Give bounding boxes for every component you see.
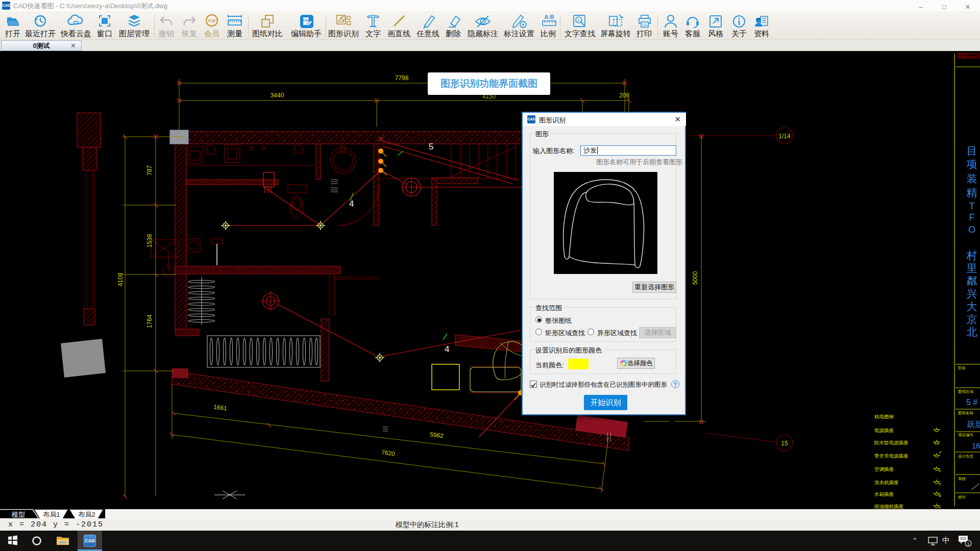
svg-text:阶段: 阶段 [958,366,966,370]
svg-text:1/14: 1/14 [778,133,791,140]
svg-text:机电图例: 机电图例 [874,414,894,419]
svg-text:5000: 5000 [692,271,699,285]
svg-text:图纸区域: 图纸区域 [958,389,974,394]
svg-text:水箱插座: 水箱插座 [874,491,894,497]
svg-text:1661: 1661 [213,403,228,412]
svg-text:787: 787 [146,165,153,176]
svg-text:7620: 7620 [381,448,396,458]
svg-text:空调插座: 空调插座 [874,466,894,472]
svg-text:4: 4 [349,199,354,209]
svg-text:设计负责: 设计负责 [958,454,974,459]
svg-text:CAD: CAD [303,19,309,22]
svg-text:粼: 粼 [967,275,977,287]
svg-text:1764: 1764 [146,314,153,328]
svg-text:1: 1 [967,541,969,546]
svg-text:精: 精 [967,187,977,198]
svg-text:4: 4 [445,344,449,354]
svg-text:布局2: 布局2 [78,511,95,518]
svg-text:排油烟机插座: 排油烟机插座 [874,504,904,509]
svg-text:里: 里 [967,262,977,274]
svg-text:校对: 校对 [958,495,966,499]
svg-text:X: X [939,482,941,486]
svg-text:防水型电源插座: 防水型电源插座 [874,440,909,445]
svg-text:审校: 审校 [958,477,966,481]
svg-text:A: A [577,18,580,23]
svg-text:装: 装 [967,172,977,184]
svg-text:208: 208 [619,92,629,99]
svg-text:项目编号: 项目编号 [958,433,974,437]
svg-text:16: 16 [972,441,980,450]
svg-text:O: O [968,224,975,235]
svg-text:大: 大 [967,300,977,312]
svg-text:15: 15 [781,440,788,447]
svg-text:项: 项 [966,158,977,170]
svg-text:京: 京 [967,313,977,325]
svg-text:布局1: 布局1 [42,511,60,518]
svg-text:兴: 兴 [967,288,977,299]
svg-text:4108: 4108 [117,272,124,286]
svg-text:T: T [969,201,975,211]
svg-text:北: 北 [967,326,977,338]
svg-text:F: F [969,212,975,222]
svg-text:K: K [939,469,941,472]
svg-text:3440: 3440 [271,92,284,99]
svg-text:5: 5 [429,142,433,152]
svg-text:模型: 模型 [11,511,25,518]
svg-text:电源插座: 电源插座 [874,428,894,433]
svg-text:排烟道风道均详见相关大样: 排烟道风道均详见相关大样 [957,56,980,59]
svg-text:7798: 7798 [395,74,409,82]
svg-text:跃层: 跃层 [967,420,980,429]
svg-text:图纸名称: 图纸名称 [958,411,974,415]
svg-text:村: 村 [966,249,977,261]
svg-text:5962: 5962 [429,431,444,439]
svg-text:B: B [939,494,941,497]
svg-text:A:B: A:B [544,14,554,20]
svg-text:带开关电源插座: 带开关电源插座 [874,453,909,459]
svg-text:洗衣机插座: 洗衣机插座 [874,480,899,485]
svg-text:目: 目 [967,145,977,157]
svg-text:5 #: 5 # [966,398,977,407]
svg-text:1538: 1538 [146,234,153,247]
